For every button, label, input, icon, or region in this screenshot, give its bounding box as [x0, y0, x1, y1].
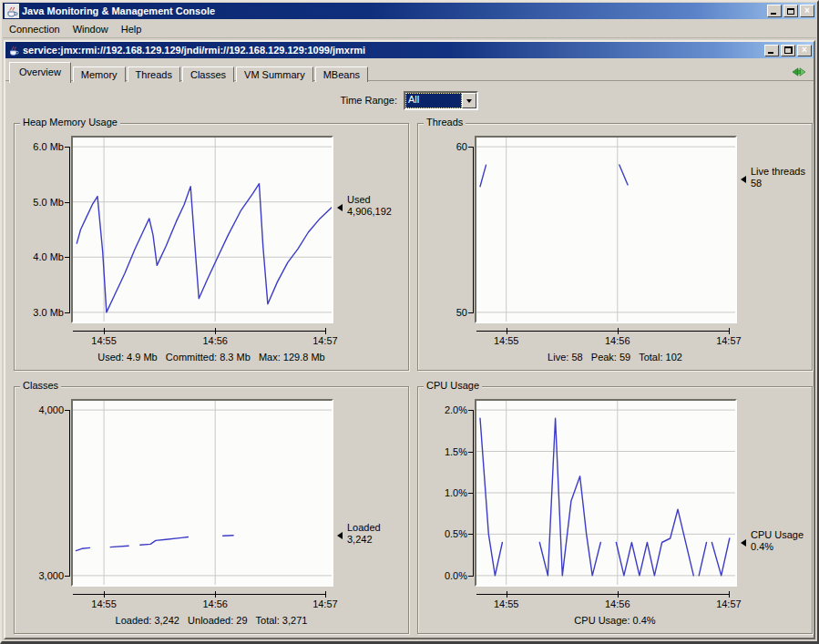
x-axis-tick-label: 14:56 — [598, 335, 638, 346]
x-axis-line — [476, 594, 729, 595]
x-axis-tick-label: 14:56 — [195, 598, 235, 609]
y-axis-tick-label: 3,000 — [15, 570, 64, 582]
inner-close-icon: × — [802, 46, 807, 55]
panel-footer: Live: 58 Peak: 59 Total: 102 — [418, 352, 812, 363]
minimize-button[interactable] — [767, 5, 782, 17]
chart-svg — [476, 401, 735, 585]
y-axis-tick-label: 2.0% — [418, 404, 467, 416]
marker-arrow-icon — [741, 539, 746, 547]
close-icon: × — [804, 6, 810, 15]
y-axis-tick — [65, 576, 70, 577]
tab-bar: OverviewMemoryThreadsClassesVM SummaryMB… — [5, 58, 814, 81]
marker-label: Loaded — [347, 522, 381, 534]
panel-title: Classes — [20, 380, 61, 391]
y-axis-tick-label: 50 — [418, 307, 467, 319]
time-range-label: Time Range: — [279, 95, 397, 106]
time-range-selected-value: All — [405, 93, 462, 108]
chart-marker: CPU Usage 0.4% — [751, 529, 804, 553]
marker-value: 58 — [751, 178, 805, 189]
marker-label: Live threads — [751, 166, 805, 178]
x-axis-tick — [618, 328, 619, 334]
x-axis-tick-label: 14:56 — [598, 598, 638, 609]
x-axis-tick — [104, 591, 105, 598]
x-axis-tick-label: 14:55 — [486, 335, 527, 346]
marker-label: Used — [347, 194, 392, 206]
window-titlebar: Java Monitoring & Management Console × — [3, 3, 816, 19]
marker-value: 0.4% — [751, 541, 804, 553]
cpu-usage-panel: CPU Usage CPU Usage 0.4% 2.0%1.5%1.0%0.5… — [417, 386, 813, 634]
y-axis-tick-label: 1.0% — [418, 487, 467, 499]
heap-plot — [71, 136, 333, 323]
x-axis-tick-label: 14:57 — [709, 598, 749, 609]
chart-svg — [73, 138, 332, 322]
tab-memory[interactable]: Memory — [73, 66, 126, 82]
x-axis-line — [73, 594, 325, 595]
maximize-button[interactable] — [783, 5, 798, 17]
inner-minimize-button[interactable] — [764, 45, 779, 56]
combo-dropdown-button[interactable] — [462, 93, 476, 108]
inner-restore-button[interactable] — [781, 45, 795, 56]
overview-content: Time Range: All Heap Memory Usage Used 4… — [5, 82, 814, 638]
marker-value: 3,242 — [347, 534, 381, 546]
tab-overview[interactable]: Overview — [9, 62, 71, 83]
marker-value: 4,906,192 — [347, 206, 392, 218]
chart-marker: Live threads 58 — [751, 166, 805, 189]
window-title: Java Monitoring & Management Console — [19, 5, 765, 16]
heap-chart: Used 4,906,192 6.0 Mb5.0 Mb4.0 Mb3.0 Mb1… — [15, 124, 408, 370]
x-axis-tick — [729, 328, 730, 334]
y-axis-line — [473, 410, 474, 576]
connection-titlebar: service:jmx:rmi://192.168.129.129/jndi/r… — [5, 42, 814, 58]
y-axis-tick — [468, 312, 474, 313]
y-axis-line — [69, 147, 70, 312]
threads-panel: Threads Live threads 58 605014:5514:5614… — [417, 123, 813, 371]
y-axis-tick-label: 3.0 Mb — [15, 307, 64, 319]
connection-status-icon[interactable] — [792, 65, 806, 79]
panel-footer: Used: 4.9 Mb Committed: 8.3 Mb Max: 129.… — [15, 352, 408, 363]
y-axis-tick-label: 4.0 Mb — [15, 251, 64, 263]
connection-title: service:jmx:rmi://192.168.129.129/jndi/r… — [20, 45, 763, 56]
inner-close-button[interactable]: × — [797, 45, 812, 56]
panel-title: Heap Memory Usage — [20, 117, 120, 128]
chart-svg — [73, 401, 332, 585]
y-axis-tick-label: 0.5% — [418, 528, 467, 540]
tab-threads[interactable]: Threads — [128, 66, 180, 82]
marker-arrow-icon — [337, 532, 343, 539]
tab-classes[interactable]: Classes — [182, 66, 234, 82]
panel-footer: CPU Usage: 0.4% — [418, 615, 812, 626]
x-axis-tick-label: 14:55 — [486, 598, 527, 609]
x-axis-tick-label: 14:56 — [195, 335, 235, 346]
threads-plot — [475, 136, 737, 323]
x-axis-tick — [507, 591, 507, 598]
menu-help[interactable]: Help — [115, 22, 148, 36]
classes-chart: Loaded 3,242 4,0003,00014:5514:5614:57 — [15, 387, 408, 633]
menu-window[interactable]: Window — [67, 22, 115, 36]
close-button[interactable]: × — [800, 5, 814, 17]
x-axis-tick — [104, 328, 105, 334]
y-axis-line — [473, 147, 474, 312]
marker-arrow-icon — [741, 176, 746, 183]
tab-mbeans[interactable]: MBeans — [315, 66, 368, 82]
java-logo-icon — [5, 4, 19, 18]
java-cup-icon — [7, 44, 20, 56]
tab-vm-summary[interactable]: VM Summary — [236, 66, 313, 82]
heap-memory-panel: Heap Memory Usage Used 4,906,192 6.0 Mb5… — [14, 123, 409, 371]
cpu-plot — [475, 399, 737, 587]
x-axis-tick-label: 14:57 — [305, 335, 345, 346]
y-axis-tick-label: 5.0 Mb — [15, 197, 64, 209]
marker-arrow-icon — [337, 204, 343, 211]
chevron-down-icon — [466, 99, 472, 103]
inner-restore-icon — [784, 46, 793, 54]
minimize-icon — [771, 13, 776, 15]
time-range-combobox[interactable]: All — [404, 91, 478, 110]
y-axis-tick-label: 6.0 Mb — [15, 141, 64, 153]
y-axis-tick — [468, 576, 474, 577]
menu-connection[interactable]: Connection — [3, 22, 67, 36]
menu-bar: Connection Window Help — [3, 20, 816, 38]
marker-label: CPU Usage — [751, 529, 804, 541]
chart-svg — [476, 138, 735, 322]
inner-minimize-icon — [768, 52, 773, 54]
x-axis-tick — [507, 328, 507, 334]
threads-chart: Live threads 58 605014:5514:5614:57 — [418, 124, 812, 370]
jconsole-window: Java Monitoring & Management Console × C… — [0, 0, 819, 644]
x-axis-tick — [215, 328, 216, 334]
